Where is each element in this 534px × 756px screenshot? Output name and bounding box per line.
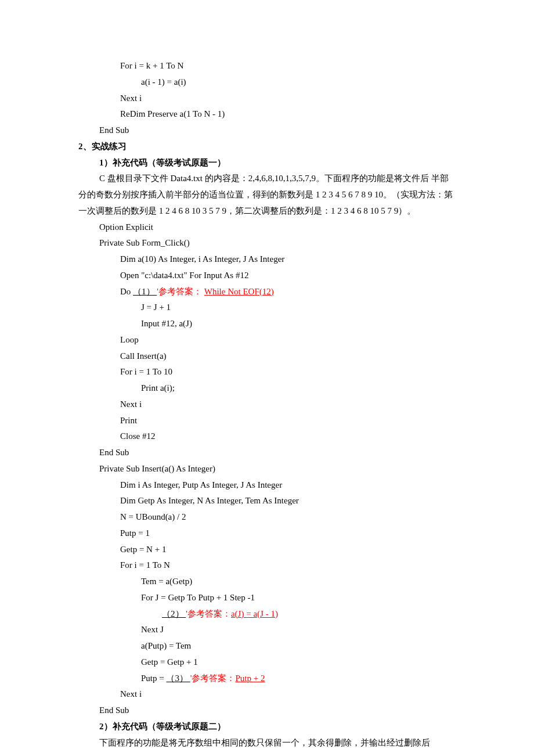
code-line: a(Putp) = Tem: [78, 638, 456, 654]
code-line: End Sub: [78, 703, 456, 719]
code-line: Option Explicit: [78, 219, 456, 236]
code-line: Call Insert(a): [78, 348, 456, 365]
code-line: Next i: [78, 686, 456, 703]
answer-2: a(J) = a(J - 1): [231, 609, 278, 618]
code-line: Print a(i);: [78, 380, 456, 397]
section-heading-3: 1）补充代码（等级考试原题一）: [78, 155, 456, 171]
code-line: Dim Getp As Integer, N As Integer, Tem A…: [78, 493, 456, 509]
code-line: Putp = 1: [78, 525, 456, 542]
code-line: Private Sub Form_Click(): [78, 235, 456, 251]
code-line: Getp = Getp + 1: [78, 654, 456, 671]
code-line: Getp = N + 1: [78, 542, 456, 558]
code-line: Loop: [78, 332, 456, 348]
code-line: J = J + 1: [78, 300, 456, 316]
code-line: For i = k + 1 To N: [78, 58, 456, 74]
answer-label: '参考答案：: [190, 674, 236, 683]
code-line: Input #12, a(J): [78, 316, 456, 332]
code-fragment: Do: [120, 287, 133, 296]
paragraph-first-line: C 盘根目录下文件 Data4.txt 的内容是：2,4,6,8,10,1,3,…: [78, 171, 429, 187]
code-line: （2） '参考答案：a(J) = a(J - 1): [78, 606, 456, 622]
code-line: Dim a(10) As Integer, i As Integer, J As…: [78, 251, 456, 268]
code-line: Private Sub Insert(a() As Integer): [78, 461, 456, 477]
code-line: Close #12: [78, 429, 456, 445]
code-line: N = UBound(a) / 2: [78, 509, 456, 525]
answer-1: While Not EOF(12): [204, 287, 274, 296]
code-fragment: Putp =: [141, 674, 166, 683]
code-line: For i = 1 To N: [78, 557, 456, 574]
answer-label: '参考答案：: [157, 287, 204, 296]
code-line: Next J: [78, 622, 456, 638]
section-heading-3: 2）补充代码（等级考试原题二）: [78, 719, 456, 735]
code-line: End Sub: [78, 123, 456, 139]
code-line: Next i: [78, 91, 456, 107]
paragraph: 下面程序的功能是将无序数组中相同的数只保留一个，其余得删除，并输出经过删除后: [78, 735, 456, 751]
code-line: Tem = a(Getp): [78, 574, 456, 590]
code-line: Print: [78, 413, 456, 429]
answer-3: Putp + 2: [235, 674, 265, 683]
code-line: Open "c:\data4.txt" For Input As #12: [78, 268, 456, 284]
answer-label: '参考答案：: [186, 609, 231, 618]
code-line: For i = 1 To 10: [78, 364, 456, 380]
code-line: For J = Getp To Putp + 1 Step -1: [78, 590, 456, 606]
blank-1: （1）: [133, 287, 157, 296]
code-line: End Sub: [78, 445, 456, 461]
code-line: Putp = （3） '参考答案：Putp + 2: [78, 671, 456, 687]
code-line: Do （1） '参考答案： While Not EOF(12): [78, 284, 456, 300]
code-line: Dim i As Integer, Putp As Integer, J As …: [78, 477, 456, 494]
code-line: ReDim Preserve a(1 To N - 1): [78, 106, 456, 123]
code-line: Next i: [78, 397, 456, 413]
blank-3: （3）: [166, 674, 190, 683]
code-line: a(i - 1) = a(i): [78, 74, 456, 91]
section-heading-2: 2、实战练习: [78, 139, 456, 155]
blank-2: （2）: [162, 609, 186, 618]
